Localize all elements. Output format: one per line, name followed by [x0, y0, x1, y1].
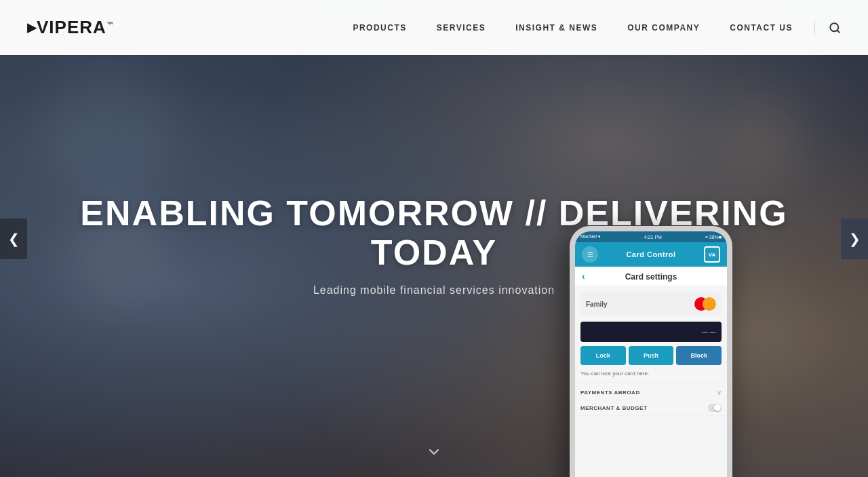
- chevron-right-icon: ∨: [717, 389, 722, 396]
- prev-arrow-icon: ❮: [8, 231, 20, 247]
- next-arrow-icon: ❯: [849, 231, 861, 247]
- nav-our-company[interactable]: OUR COMPANY: [612, 23, 715, 33]
- scroll-down-indicator[interactable]: [426, 444, 442, 463]
- network-label: MacNet ▾: [580, 234, 601, 240]
- nav-divider: [814, 21, 815, 35]
- phone-app-bar: ☰ Card Control VA: [575, 242, 727, 267]
- card-info-area: Family: [580, 292, 722, 316]
- hero-content: ENABLING TOMORROW // DELIVERING TODAY Le…: [0, 14, 868, 477]
- app-title: Card Control: [626, 250, 675, 259]
- search-button[interactable]: [822, 22, 841, 34]
- time-label: 4:21 PM: [644, 235, 662, 240]
- card-name: Family: [586, 301, 608, 308]
- nav-contact-us[interactable]: CONTACT US: [715, 23, 808, 33]
- card-action-buttons: Lock Push Block: [580, 346, 722, 365]
- search-icon: [829, 22, 841, 34]
- main-nav: PRODUCTS SERVICES INSIGHT & NEWS OUR COM…: [338, 21, 841, 35]
- payments-abroad-label: PAYMENTS ABROAD: [580, 389, 640, 396]
- phone-status-bar: MacNet ▾ 4:21 PM ≡ 38%■: [575, 231, 727, 242]
- push-button[interactable]: Push: [629, 346, 674, 365]
- nav-products[interactable]: PRODUCTS: [338, 23, 421, 33]
- card-settings-title: Card settings: [625, 272, 677, 282]
- block-button[interactable]: Block: [676, 346, 722, 365]
- nav-insight-news[interactable]: INSIGHT & NEWS: [500, 23, 612, 33]
- chevron-down-icon: [426, 444, 442, 460]
- slider-prev-button[interactable]: ❮: [0, 218, 27, 259]
- lock-description: You can lock your card here.: [575, 368, 727, 379]
- merchant-budget-label: MERCHANT & BUDGET: [580, 405, 647, 411]
- nav-services[interactable]: SERVICES: [422, 23, 500, 33]
- lock-button[interactable]: Lock: [580, 346, 626, 365]
- divider: [575, 382, 727, 383]
- logo[interactable]: ▸VIPERA™: [27, 17, 114, 38]
- payments-abroad-row[interactable]: PAYMENTS ABROAD ∨: [575, 385, 727, 400]
- phone-outer: MacNet ▾ 4:21 PM ≡ 38%■ ☰ Card Control V…: [570, 226, 732, 477]
- phone-mockup: MacNet ▾ 4:21 PM ≡ 38%■ ☰ Card Control V…: [570, 226, 732, 477]
- svg-line-1: [837, 30, 839, 32]
- hero-section: ❮ ENABLING TOMORROW // DELIVERING TODAY …: [0, 0, 868, 477]
- phone-screen: MacNet ▾ 4:21 PM ≡ 38%■ ☰ Card Control V…: [575, 231, 727, 477]
- site-header: ▸VIPERA™ PRODUCTS SERVICES INSIGHT & NEW…: [0, 0, 868, 55]
- mastercard-logo: [694, 297, 716, 311]
- card-visual: •••• ••••: [580, 322, 722, 342]
- battery-label: ≡ 38%■: [705, 235, 722, 240]
- card-settings-header: ‹ Card settings: [575, 267, 727, 286]
- logo-text: ▸VIPERA™: [27, 17, 114, 37]
- hero-subtitle: Leading mobile financial services innova…: [313, 284, 555, 297]
- slider-next-button[interactable]: ❯: [841, 218, 868, 259]
- va-logo: VA: [704, 246, 720, 263]
- back-arrow-icon: ‹: [582, 271, 585, 282]
- merchant-budget-row[interactable]: MERCHANT & BUDGET: [575, 400, 727, 416]
